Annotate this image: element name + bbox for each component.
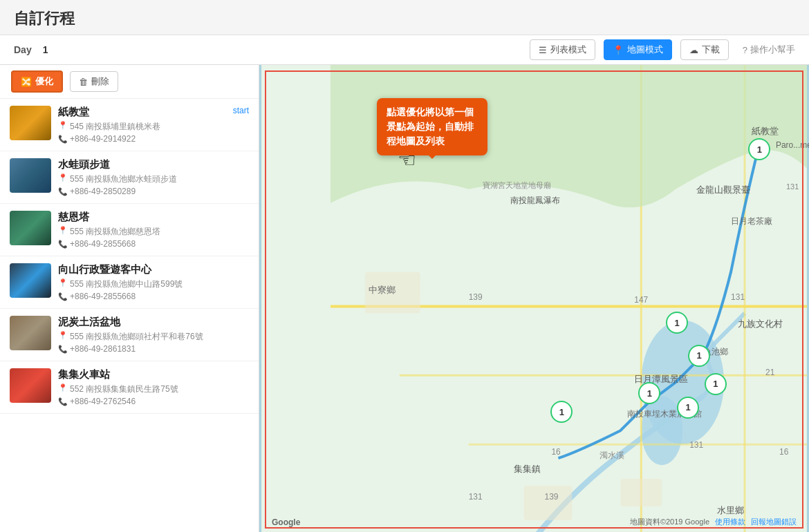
map-mode-button[interactable]: 📍 地圖模式 [604,39,672,60]
map-marker[interactable]: 1 [705,373,727,395]
place-phone: 📞 +886-49-2914922 [58,134,226,144]
place-image [10,158,51,193]
place-name: 集集火車站 [58,368,249,381]
start-label: start [233,106,249,115]
svg-text:21: 21 [765,368,775,377]
download-icon: ☁ [689,45,698,55]
left-panel: 🔀 優化 🗑 刪除 紙教堂 📍 545 南投縣埔里鎮桃米巷 📞 +886-49-… [0,65,259,532]
place-phone: 📞 +886-49-2861831 [58,344,249,354]
map-marker[interactable]: 1 [550,401,573,423]
svg-text:147: 147 [634,295,648,305]
svg-text:九族文化村: 九族文化村 [738,319,783,329]
svg-text:寶湖宮天地堂地母廟: 寶湖宮天地堂地母廟 [483,181,551,189]
map-area[interactable]: 139 131 21 147 131 16 16 131 139 中寮鄉 南投龍… [259,65,809,532]
place-name: 泥炭土活盆地 [58,316,249,329]
place-image [10,368,51,403]
place-name: 慈恩塔 [58,211,249,224]
location-pin-icon: 📍 [58,383,68,392]
place-address: 📍 555 南投縣魚池鄉頭社村平和巷76號 [58,331,249,343]
place-info: 慈恩塔 📍 555 南投縣魚池鄉慈恩塔 📞 +886-49-2855668 [58,211,249,249]
place-info: 泥炭土活盆地 📍 555 南投縣魚池鄉頭社村平和巷76號 📞 +886-49-2… [58,316,249,354]
place-phone: 📞 +886-49-2762546 [58,397,249,406]
svg-text:日月老茶廠: 日月老茶廠 [731,216,772,226]
places-list: 紙教堂 📍 545 南投縣埔里鎮桃米巷 📞 +886-49-2914922 st… [0,99,259,414]
main-content: 🔀 優化 🗑 刪除 紙教堂 📍 545 南投縣埔里鎮桃米巷 📞 +886-49-… [0,65,809,532]
page-title: 自訂行程 [14,10,75,27]
place-image [10,263,51,298]
list-item[interactable]: 集集火車站 📍 552 南投縣集集鎮民生路75號 📞 +886-49-27625… [0,361,259,414]
svg-text:中寮鄉: 中寮鄉 [369,285,396,295]
day-label: Day [14,44,32,55]
location-pin-icon: 📍 [58,226,68,235]
report-link[interactable]: 回報地圖錯誤 [751,517,797,527]
svg-text:131: 131 [731,292,745,302]
optimize-button[interactable]: 🔀 優化 [11,70,63,93]
trash-icon: 🗑 [79,77,88,87]
place-image [10,316,51,350]
list-item[interactable]: 紙教堂 📍 545 南投縣埔里鎮桃米巷 📞 +886-49-2914922 st… [0,99,259,151]
optimize-tooltip: 點選優化將以第一個景點為起始，自動排程地圖及列表 [377,98,487,155]
list-icon: ☰ [539,45,547,55]
map-marker[interactable]: 1 [677,397,699,419]
list-mode-button[interactable]: ☰ 列表模式 [530,39,595,60]
phone-icon: 📞 [58,187,68,196]
svg-text:16: 16 [779,447,789,457]
phone-icon: 📞 [58,397,68,406]
place-address: 📍 555 南投縣魚池鄉中山路599號 [58,278,249,290]
cursor-hand: ☞ [398,148,416,172]
place-name: 紙教堂 [58,106,226,119]
svg-text:Paro...me: Paro...me [776,140,809,150]
help-button[interactable]: ? 操作小幫手 [743,44,795,56]
place-info: 紙教堂 📍 545 南投縣埔里鎮桃米巷 📞 +886-49-2914922 [58,106,226,144]
list-item[interactable]: 慈恩塔 📍 555 南投縣魚池鄉慈恩塔 📞 +886-49-2855668 [0,204,259,256]
location-icon: 📍 [613,45,624,55]
location-pin-icon: 📍 [58,121,68,130]
svg-rect-9 [524,486,573,520]
phone-icon: 📞 [58,240,68,249]
svg-text:日月潭風景區: 日月潭風景區 [634,374,688,384]
svg-text:139: 139 [469,292,483,302]
place-info: 集集火車站 📍 552 南投縣集集鎮民生路75號 📞 +886-49-27625… [58,368,249,406]
map-marker[interactable]: 1 [666,312,688,334]
place-info: 水蛙頭步道 📍 555 南投縣魚池鄉水蛙頭步道 📞 +886-49-285028… [58,158,249,196]
location-pin-icon: 📍 [58,173,68,182]
svg-text:金龍山觀景臺: 金龍山觀景臺 [696,184,750,195]
question-icon: ? [743,45,747,55]
map-marker[interactable]: 1 [688,345,710,367]
download-button[interactable]: ☁ 下載 [680,39,729,60]
phone-icon: 📞 [58,292,68,301]
terms-link[interactable]: 使用條款 [715,517,745,527]
place-address: 📍 555 南投縣魚池鄉慈恩塔 [58,226,249,238]
map-marker[interactable]: 1 [638,382,660,404]
place-name: 水蛙頭步道 [58,158,249,171]
location-pin-icon: 📍 [58,331,68,340]
map-footer: 地圖資料©2019 Google 使用條款 回報地圖錯誤 [630,517,797,527]
place-phone: 📞 +886-49-2855668 [58,239,249,249]
place-info: 向山行政暨遊客中心 📍 555 南投縣魚池鄉中山路599號 📞 +886-49-… [58,263,249,301]
day-number: 1 [43,44,48,55]
map-marker[interactable]: 1 [748,138,770,160]
svg-text:139: 139 [544,492,558,502]
svg-text:集集鎮: 集集鎮 [514,464,541,474]
route-icon: 🔀 [21,77,32,87]
page-header: 自訂行程 [0,0,809,35]
place-name: 向山行政暨遊客中心 [58,263,249,276]
place-image [10,106,51,140]
place-address: 📍 555 南投縣魚池鄉水蛙頭步道 [58,173,249,185]
place-phone: 📞 +886-49-2855668 [58,292,249,301]
phone-icon: 📞 [58,345,68,354]
svg-text:濁水溪: 濁水溪 [599,450,624,460]
list-item[interactable]: 泥炭土活盆地 📍 555 南投縣魚池鄉頭社村平和巷76號 📞 +886-49-2… [0,309,259,361]
list-item[interactable]: 向山行政暨遊客中心 📍 555 南投縣魚池鄉中山路599號 📞 +886-49-… [0,256,259,309]
svg-text:131: 131 [786,182,799,191]
google-logo: Google [272,517,300,527]
delete-button[interactable]: 🗑 刪除 [70,71,118,92]
place-image [10,211,51,245]
map-background: 139 131 21 147 131 16 16 131 139 中寮鄉 南投龍… [259,65,809,532]
place-address: 📍 545 南投縣埔里鎮桃米巷 [58,121,226,133]
place-phone: 📞 +886-49-2850289 [58,187,249,196]
list-item[interactable]: 水蛙頭步道 📍 555 南投縣魚池鄉水蛙頭步道 📞 +886-49-285028… [0,151,259,204]
svg-text:131: 131 [469,492,483,502]
svg-text:131: 131 [689,440,703,450]
phone-icon: 📞 [58,135,68,144]
